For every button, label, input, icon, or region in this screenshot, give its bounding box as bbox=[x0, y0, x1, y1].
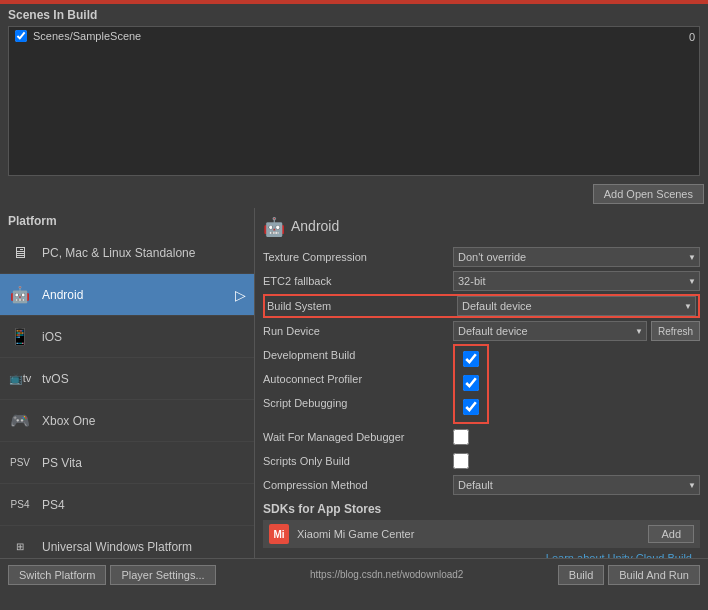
build-button[interactable]: Build bbox=[558, 565, 604, 585]
scene-checkbox[interactable] bbox=[15, 30, 27, 42]
url-label: https://blog.csdn.net/wodownload2 bbox=[310, 569, 463, 580]
build-and-run-button[interactable]: Build And Run bbox=[608, 565, 700, 585]
tvos-icon: 📺tv bbox=[8, 367, 32, 391]
compression-label: Compression Method bbox=[263, 479, 453, 491]
add-open-scenes-button[interactable]: Add Open Scenes bbox=[593, 184, 704, 204]
platform-label-xbox: Xbox One bbox=[42, 414, 246, 428]
platform-item-android[interactable]: 🤖 Android ▷ bbox=[0, 274, 254, 316]
sdk-name-xiaomi: Xiaomi Mi Game Center bbox=[297, 528, 648, 540]
scripts-only-checkbox[interactable] bbox=[453, 453, 469, 469]
ps4-icon: PS4 bbox=[8, 493, 32, 517]
xbox-icon: 🎮 bbox=[8, 409, 32, 433]
xiaomi-icon: Mi bbox=[269, 524, 289, 544]
platform-item-uwp[interactable]: ⊞ Universal Windows Platform bbox=[0, 526, 254, 558]
uwp-icon: ⊞ bbox=[8, 535, 32, 559]
etc2-fallback-select-wrapper: 32-bit bbox=[453, 271, 700, 291]
add-open-scenes-bar: Add Open Scenes bbox=[0, 180, 708, 208]
wait-managed-control bbox=[453, 429, 700, 445]
bottom-right: Build Build And Run bbox=[558, 565, 700, 585]
autoconnect-checkbox[interactable] bbox=[463, 375, 479, 391]
scene-index: 0 bbox=[689, 31, 695, 43]
run-device-label: Run Device bbox=[263, 325, 453, 337]
texture-compression-select-wrapper: Don't override bbox=[453, 247, 700, 267]
sdk-row-xiaomi: Mi Xiaomi Mi Game Center Add bbox=[263, 520, 700, 548]
scenes-title: Scenes In Build bbox=[8, 8, 700, 22]
run-device-row: Run Device Default device Refresh bbox=[263, 320, 700, 342]
autoconnect-label: Autoconnect Profiler bbox=[263, 373, 453, 385]
build-system-select[interactable]: Default device bbox=[457, 296, 696, 316]
platform-item-xbox[interactable]: 🎮 Xbox One bbox=[0, 400, 254, 442]
platform-item-psvita[interactable]: PSV PS Vita bbox=[0, 442, 254, 484]
texture-compression-row: Texture Compression Don't override bbox=[263, 246, 700, 268]
switch-platform-button[interactable]: Switch Platform bbox=[8, 565, 106, 585]
script-debug-label: Script Debugging bbox=[263, 397, 453, 409]
texture-compression-control: Don't override bbox=[453, 247, 700, 267]
dev-build-label: Development Build bbox=[263, 349, 453, 361]
scripts-only-control bbox=[453, 453, 700, 469]
run-device-select[interactable]: Default device bbox=[453, 321, 647, 341]
platform-title: Platform bbox=[0, 208, 254, 232]
wait-managed-label: Wait For Managed Debugger bbox=[263, 431, 453, 443]
etc2-fallback-label: ETC2 fallback bbox=[263, 275, 453, 287]
bottom-left: Switch Platform Player Settings... bbox=[8, 565, 216, 585]
texture-compression-select[interactable]: Don't override bbox=[453, 247, 700, 267]
left-panel: Platform 🖥 PC, Mac & Linux Standalone 🤖 … bbox=[0, 208, 255, 558]
platform-list: 🖥 PC, Mac & Linux Standalone 🤖 Android ▷… bbox=[0, 232, 254, 558]
wait-managed-checkbox[interactable] bbox=[453, 429, 469, 445]
platform-label-ios: iOS bbox=[42, 330, 246, 344]
platform-label-tvos: tvOS bbox=[42, 372, 246, 386]
checkbox-group: Development Build Autoconnect Profiler S… bbox=[263, 344, 700, 424]
cloud-build-link[interactable]: Learn about Unity Cloud Build bbox=[263, 550, 700, 558]
dev-build-row: Development Build bbox=[263, 344, 453, 366]
script-debug-check-row bbox=[463, 396, 479, 418]
wait-managed-row: Wait For Managed Debugger bbox=[263, 426, 700, 448]
texture-compression-label: Texture Compression bbox=[263, 251, 453, 263]
etc2-fallback-row: ETC2 fallback 32-bit bbox=[263, 270, 700, 292]
right-panel: 🤖 Android Texture Compression Don't over… bbox=[255, 208, 708, 558]
android-icon-nav: 🤖 bbox=[8, 283, 32, 307]
etc2-fallback-control: 32-bit bbox=[453, 271, 700, 291]
android-icon: 🤖 bbox=[263, 216, 283, 236]
refresh-button[interactable]: Refresh bbox=[651, 321, 700, 341]
platform-item-ios[interactable]: 📱 iOS bbox=[0, 316, 254, 358]
android-title: Android bbox=[291, 218, 339, 234]
active-arrow-icon: ▷ bbox=[235, 287, 246, 303]
sdk-add-button[interactable]: Add bbox=[648, 525, 694, 543]
platform-label-ps4: PS4 bbox=[42, 498, 246, 512]
script-debug-row: Script Debugging bbox=[263, 392, 453, 414]
platform-item-pc[interactable]: 🖥 PC, Mac & Linux Standalone bbox=[0, 232, 254, 274]
script-debug-checkbox[interactable] bbox=[463, 399, 479, 415]
compression-select[interactable]: Default bbox=[453, 475, 700, 495]
bottom-bar: Switch Platform Player Settings... https… bbox=[0, 558, 708, 590]
autoconnect-check-row bbox=[463, 372, 479, 394]
sdks-title: SDKs for App Stores bbox=[263, 502, 700, 516]
compression-control: Default bbox=[453, 475, 700, 495]
scene-item: Scenes/SampleScene bbox=[9, 27, 699, 45]
etc2-fallback-select[interactable]: 32-bit bbox=[453, 271, 700, 291]
run-device-control: Default device Refresh bbox=[453, 321, 700, 341]
build-system-select-wrapper: Default device bbox=[457, 296, 696, 316]
build-system-label: Build System bbox=[267, 300, 457, 312]
platform-item-ps4[interactable]: PS4 PS4 bbox=[0, 484, 254, 526]
autoconnect-row: Autoconnect Profiler bbox=[263, 368, 453, 390]
scenes-section: Scenes In Build Scenes/SampleScene 0 bbox=[0, 4, 708, 180]
compression-row: Compression Method Default bbox=[263, 474, 700, 496]
platform-item-tvos[interactable]: 📺tv tvOS bbox=[0, 358, 254, 400]
ios-icon: 📱 bbox=[8, 325, 32, 349]
scripts-only-row: Scripts Only Build bbox=[263, 450, 700, 472]
checkbox-highlight-box bbox=[453, 344, 489, 424]
psvita-icon: PSV bbox=[8, 451, 32, 475]
player-settings-button[interactable]: Player Settings... bbox=[110, 565, 215, 585]
dev-build-checkbox[interactable] bbox=[463, 351, 479, 367]
compression-select-wrapper: Default bbox=[453, 475, 700, 495]
android-header: 🤖 Android bbox=[263, 216, 700, 236]
build-system-row: Build System Default device bbox=[263, 294, 700, 318]
platform-label-pc: PC, Mac & Linux Standalone bbox=[42, 246, 246, 260]
scenes-list: Scenes/SampleScene 0 bbox=[8, 26, 700, 176]
platform-label-android: Android bbox=[42, 288, 235, 302]
dev-build-check-row bbox=[463, 348, 479, 370]
build-system-control: Default device bbox=[457, 296, 696, 316]
pc-icon: 🖥 bbox=[8, 241, 32, 265]
scene-name: Scenes/SampleScene bbox=[33, 30, 141, 42]
run-device-select-wrapper: Default device bbox=[453, 321, 647, 341]
